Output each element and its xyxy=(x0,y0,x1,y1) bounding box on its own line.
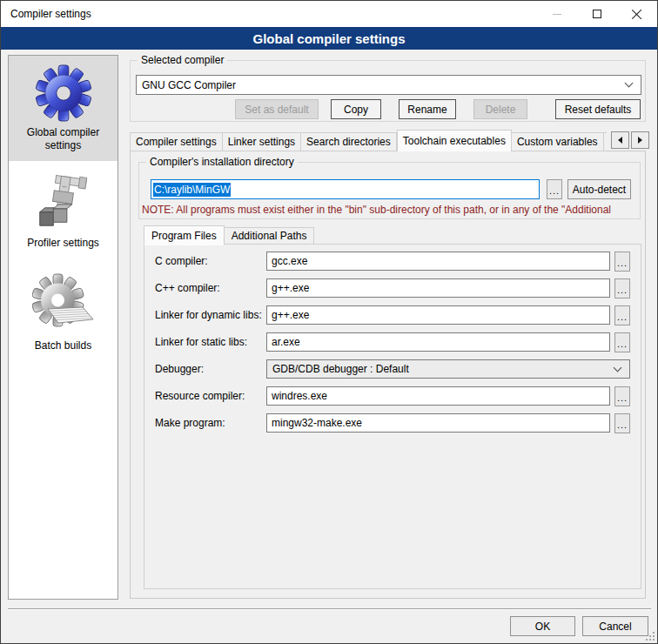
installation-directory-group: Compiler's installation directory C:\ray… xyxy=(138,162,641,219)
resource-compiler-browse-button[interactable]: ... xyxy=(614,386,630,406)
tab-compiler-settings[interactable]: Compiler settings xyxy=(130,132,223,151)
window-title: Compiler settings xyxy=(10,8,91,20)
linker-dynamic-browse-button[interactable]: ... xyxy=(614,305,630,325)
minimize-icon xyxy=(553,14,561,15)
group-label: Compiler's installation directory xyxy=(146,156,298,168)
caliper-icon xyxy=(33,171,94,232)
install-dir-note: NOTE: All programs must exist either in … xyxy=(142,204,639,216)
minimize-button[interactable] xyxy=(537,1,577,27)
tab-scroll-right-button[interactable] xyxy=(631,131,649,149)
form-row-resource-compiler: Resource compiler: ... xyxy=(144,386,641,406)
field-label: Linker for dynamic libs: xyxy=(155,309,262,321)
chevron-down-icon xyxy=(625,79,634,88)
field-label: Linker for static libs: xyxy=(155,336,247,348)
caption-buttons xyxy=(537,1,657,27)
form-row-debugger: Debugger: GDB/CDB debugger : Default xyxy=(144,359,641,379)
titlebar: Compiler settings xyxy=(1,1,657,27)
form-row-c-compiler: C compiler: ... xyxy=(144,252,641,271)
tab-build-options[interactable]: Build options xyxy=(604,132,607,151)
cpp-compiler-input[interactable] xyxy=(266,278,610,298)
tab-linker-settings[interactable]: Linker settings xyxy=(223,132,301,151)
form-row-linker-static: Linker for static libs: ... xyxy=(144,332,641,352)
page-title: Global compiler settings xyxy=(1,27,657,50)
install-dir-selected-text: C:\raylib\MinGW xyxy=(153,183,231,197)
install-dir-browse-button[interactable]: ... xyxy=(547,179,562,199)
debugger-value: GDB/CDB debugger : Default xyxy=(272,363,409,375)
linker-dynamic-input[interactable] xyxy=(266,305,610,325)
subtab-additional-paths[interactable]: Additional Paths xyxy=(225,227,315,245)
subtab-program-files[interactable]: Program Files xyxy=(144,225,225,245)
settings-tabstrip: Compiler settings Linker settings Search… xyxy=(130,128,649,151)
footer-separator xyxy=(8,608,651,609)
group-label: Selected compiler xyxy=(138,54,227,66)
close-button[interactable] xyxy=(617,1,657,27)
close-icon xyxy=(632,9,642,19)
form-row-cpp-compiler: C++ compiler: ... xyxy=(144,278,641,298)
make-program-input[interactable] xyxy=(266,413,610,433)
form-row-make-program: Make program: ... xyxy=(144,413,641,433)
compiler-buttons-row: Set as default Copy Rename Delete Reset … xyxy=(235,99,641,119)
triangle-right-icon xyxy=(638,137,642,144)
sidebar-item-profiler-settings[interactable]: Profiler settings xyxy=(9,161,118,259)
resize-grip[interactable] xyxy=(644,630,655,641)
linker-static-browse-button[interactable]: ... xyxy=(614,332,630,352)
field-label: C compiler: xyxy=(155,255,208,267)
selected-compiler-group: Selected compiler GNU GCC Compiler Set a… xyxy=(130,60,646,122)
chevron-down-icon xyxy=(614,363,622,372)
field-label: Make program: xyxy=(155,417,225,429)
copy-button[interactable]: Copy xyxy=(331,99,381,119)
selected-compiler-value: GNU GCC Compiler xyxy=(142,79,236,91)
tab-custom-variables[interactable]: Custom variables xyxy=(512,132,604,151)
resource-compiler-input[interactable] xyxy=(266,386,610,406)
field-label: C++ compiler: xyxy=(155,282,220,294)
program-files-panel: C compiler: ... C++ compiler: ... Linker… xyxy=(144,244,641,589)
set-as-default-button: Set as default xyxy=(235,99,319,119)
field-label: Resource compiler: xyxy=(155,390,245,402)
toolchain-executables-page: Compiler's installation directory C:\ray… xyxy=(130,151,646,599)
rename-button[interactable]: Rename xyxy=(399,99,456,119)
make-program-browse-button[interactable]: ... xyxy=(614,413,630,433)
triangle-left-icon xyxy=(618,137,622,144)
compiler-settings-window: Compiler settings Global compiler settin… xyxy=(0,0,658,644)
cancel-button[interactable]: Cancel xyxy=(582,616,648,636)
field-label: Debugger: xyxy=(155,363,204,375)
form-row-linker-dynamic: Linker for dynamic libs: ... xyxy=(144,305,641,325)
selected-compiler-select[interactable]: GNU GCC Compiler xyxy=(136,75,641,95)
tab-toolchain-executables[interactable]: Toolchain executables xyxy=(397,130,512,151)
sidebar-item-label: Global compiler settings xyxy=(12,126,114,152)
sidebar-item-global-compiler-settings[interactable]: Global compiler settings xyxy=(9,56,118,161)
reset-defaults-button[interactable]: Reset defaults xyxy=(555,99,641,119)
install-dir-input[interactable]: C:\raylib\MinGW xyxy=(151,179,540,199)
program-files-tabstrip: Program Files Additional Paths xyxy=(144,225,314,245)
delete-button: Delete xyxy=(473,99,527,119)
maximize-icon xyxy=(593,10,601,18)
c-compiler-input[interactable] xyxy=(266,252,610,271)
sidebar-item-label: Batch builds xyxy=(35,339,91,352)
c-compiler-browse-button[interactable]: ... xyxy=(614,252,630,272)
debugger-select[interactable]: GDB/CDB debugger : Default xyxy=(266,359,630,379)
sidebar-item-batch-builds[interactable]: Batch builds xyxy=(9,259,118,366)
gray-gear-papers-icon xyxy=(32,272,95,335)
maximize-button[interactable] xyxy=(577,1,617,27)
tab-scroll-left-button[interactable] xyxy=(611,131,629,149)
auto-detect-button[interactable]: Auto-detect xyxy=(567,179,631,199)
ok-button[interactable]: OK xyxy=(510,616,575,636)
tab-scroll-buttons xyxy=(611,131,649,149)
sidebar: Global compiler settings xyxy=(8,55,118,600)
linker-static-input[interactable] xyxy=(266,332,610,352)
tab-search-directories[interactable]: Search directories xyxy=(301,132,397,151)
tabs-flow: Compiler settings Linker settings Search… xyxy=(130,130,607,151)
sidebar-item-label: Profiler settings xyxy=(27,237,99,250)
blue-gear-icon xyxy=(35,64,92,122)
cpp-compiler-browse-button[interactable]: ... xyxy=(614,278,630,299)
